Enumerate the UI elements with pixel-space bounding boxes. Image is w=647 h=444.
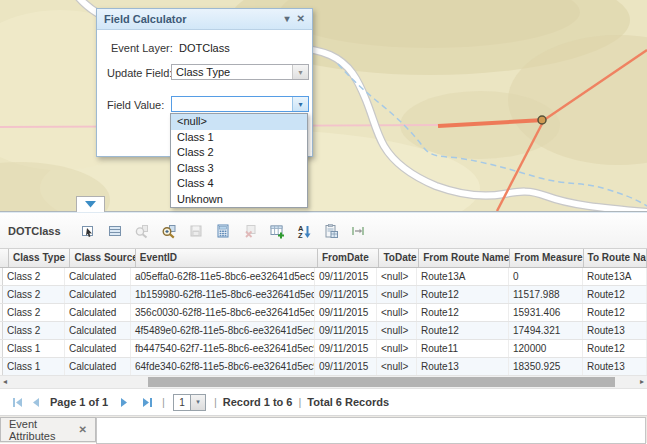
column-header[interactable]: EventID <box>136 249 318 267</box>
table-cell: <null> <box>377 286 417 303</box>
add-record-button[interactable] <box>264 218 291 244</box>
table-cell: Calculated <box>65 340 131 357</box>
field-value-combo[interactable]: ▾ <box>171 96 309 112</box>
table-cell: <null> <box>377 322 417 339</box>
update-field-combo[interactable]: Class Type ▾ <box>171 64 309 80</box>
pagination-bar: Page 1 of 1 | 1 ▾ | Record 1 to 6 | Tota… <box>0 389 647 416</box>
zoom-magnifier-button[interactable] <box>156 218 183 244</box>
table-cell: 09/11/2015 <box>315 268 377 285</box>
separator: | <box>214 396 217 408</box>
table-cell: Route12 <box>417 286 509 303</box>
table-cell: Route13 <box>583 358 647 375</box>
table-rows-icon <box>107 223 123 239</box>
header-gutter <box>0 249 9 267</box>
separator: | <box>162 396 165 408</box>
table-cell: 356c0030-62f8-11e5-8bc6-ee32641d5ec9 <box>131 304 315 321</box>
page-label: Page 1 of 1 <box>50 396 108 408</box>
panel-collapse-button[interactable] <box>76 196 105 212</box>
sort-az-arrow-icon: A Z <box>296 223 312 239</box>
last-page-button[interactable] <box>138 394 156 410</box>
column-header[interactable]: From Route Name <box>419 249 510 267</box>
dialog-titlebar[interactable]: Field Calculator ▾ ✕ <box>97 9 312 30</box>
column-header[interactable]: FromDate <box>318 249 379 267</box>
horizontal-scrollbar[interactable]: ◂ ▸ <box>0 376 647 389</box>
select-records-button[interactable] <box>75 218 102 244</box>
update-field-label: Update Field: <box>107 67 172 79</box>
column-resize-icon <box>350 223 366 239</box>
table-toolbar: DOTClass <box>0 212 647 249</box>
tab-event-attributes[interactable]: Event Attributes ✕ <box>0 417 96 442</box>
clear-selection-button[interactable] <box>237 218 264 244</box>
table-cell: 15931.406 <box>509 304 583 321</box>
table-cell: <null> <box>377 358 417 375</box>
scrollbar-thumb[interactable] <box>148 377 615 387</box>
tab-close-icon[interactable]: ✕ <box>79 424 87 435</box>
close-icon[interactable]: ✕ <box>297 9 305 29</box>
sort-button[interactable]: A Z <box>291 218 318 244</box>
scroll-right-icon[interactable]: ▸ <box>640 376 644 388</box>
first-page-button[interactable] <box>8 394 26 410</box>
table-cell: Route12 <box>583 286 647 303</box>
copy-attributes-button[interactable] <box>318 218 345 244</box>
dropdown-option[interactable]: Class 3 <box>171 161 307 177</box>
table-cell: Class 1 <box>3 340 65 357</box>
combo-arrow-icon[interactable]: ▾ <box>292 65 308 79</box>
table-cell: Calculated <box>65 304 131 321</box>
dropdown-option[interactable]: Class 1 <box>171 130 307 146</box>
application-window: Field Calculator ▾ ✕ Event Layer: DOTCla… <box>0 0 647 444</box>
column-header[interactable]: Class Source <box>70 249 135 267</box>
table-row[interactable]: Class 2Calculated1b159980-62f8-11e5-8bc6… <box>0 286 647 304</box>
table-cell: Route13 <box>583 322 647 339</box>
fit-columns-button[interactable] <box>345 218 372 244</box>
dropdown-option[interactable]: <null> <box>171 114 307 130</box>
show-records-button[interactable] <box>102 218 129 244</box>
table-row[interactable]: Class 1Calculated64fde340-62f8-11e5-8bc6… <box>0 358 647 376</box>
calculator-icon <box>215 223 231 239</box>
table-cell: 120000 <box>509 340 583 357</box>
column-header[interactable]: Class Type <box>9 249 70 267</box>
column-header[interactable]: To Route Name <box>584 249 647 267</box>
last-page-icon <box>141 396 154 409</box>
page-combo-arrow-icon[interactable]: ▾ <box>191 394 206 411</box>
next-page-button[interactable] <box>114 394 132 410</box>
clear-selection-x-icon <box>242 223 258 239</box>
magnifier-selected-icon <box>134 223 150 239</box>
update-field-value: Class Type <box>172 65 292 79</box>
table-cell: Class 2 <box>3 322 65 339</box>
dropdown-option[interactable]: Class 2 <box>171 145 307 161</box>
zoom-to-selected-button[interactable] <box>129 218 156 244</box>
table-row[interactable]: Class 1Calculatedfb447540-62f7-11e5-8bc6… <box>0 340 647 358</box>
total-records-label: Total 6 Records <box>307 396 389 408</box>
table-row[interactable]: Class 2Calculateda05effa0-62f8-11e5-8bc6… <box>0 268 647 286</box>
page-number-combo[interactable]: 1 ▾ <box>173 394 206 411</box>
table-cell: Route13A <box>417 268 509 285</box>
field-value-label: Field Value: <box>107 99 164 111</box>
field-calculator-button[interactable] <box>210 218 237 244</box>
dialog-title: Field Calculator <box>104 13 278 25</box>
tab-label: Event Attributes <box>9 418 70 442</box>
scroll-left-icon[interactable]: ◂ <box>3 376 7 388</box>
field-value-dropdown-list: <null>Class 1Class 2Class 3Class 4Unknow… <box>170 113 308 208</box>
column-header[interactable]: From Measure <box>510 249 583 267</box>
dropdown-option[interactable]: Class 4 <box>171 176 307 192</box>
table-cell: Route12 <box>583 304 647 321</box>
dock-arrow-icon[interactable]: ▾ <box>285 9 290 29</box>
table-cell: 09/11/2015 <box>315 322 377 339</box>
previous-page-button[interactable] <box>26 394 44 410</box>
event-layer-label: Event Layer: <box>111 42 173 54</box>
column-header[interactable]: ToDate <box>379 249 419 267</box>
table-cell: 09/11/2015 <box>315 286 377 303</box>
grid-header: Class TypeClass SourceEventIDFromDateToD… <box>0 249 647 268</box>
event-attributes-panel: DOTClass <box>0 211 647 444</box>
select-box-arrow-icon <box>80 223 96 239</box>
save-button[interactable] <box>183 218 210 244</box>
floppy-disk-icon <box>188 223 204 239</box>
table-row[interactable]: Class 2Calculated4f5489e0-62f8-11e5-8bc6… <box>0 322 647 340</box>
table-cell: 18350.925 <box>509 358 583 375</box>
dropdown-option[interactable]: Unknown <box>171 192 307 208</box>
separator: | <box>298 396 301 408</box>
table-row[interactable]: Class 2Calculated356c0030-62f8-11e5-8bc6… <box>0 304 647 322</box>
chevron-down-icon <box>85 201 96 208</box>
table-cell: <null> <box>377 268 417 285</box>
combo-arrow-icon[interactable]: ▾ <box>292 97 308 111</box>
